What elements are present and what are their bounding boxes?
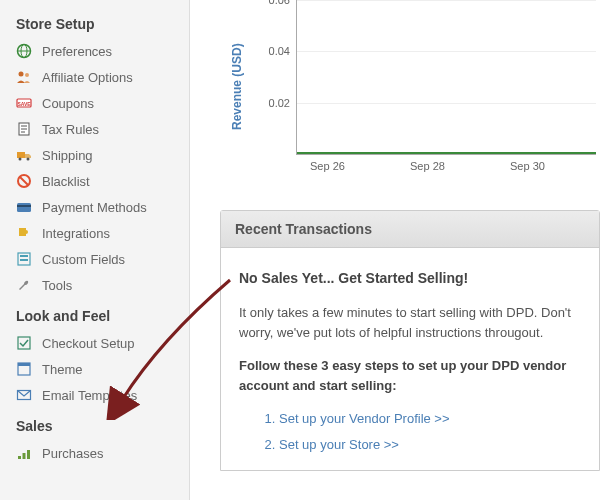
sidebar-item-purchases[interactable]: Purchases xyxy=(0,440,189,466)
wrench-icon xyxy=(16,277,32,293)
mail-icon xyxy=(16,387,32,403)
svg-point-13 xyxy=(27,158,30,161)
sidebar-item-blacklist[interactable]: Blacklist xyxy=(0,168,189,194)
panel-body: No Sales Yet... Get Started Selling! It … xyxy=(221,248,599,470)
svg-rect-25 xyxy=(18,456,21,459)
sidebar-item-label: Purchases xyxy=(42,446,103,461)
sidebar-item-label: Blacklist xyxy=(42,174,90,189)
empty-state-title: No Sales Yet... Get Started Selling! xyxy=(239,268,581,289)
chart-y-tick: 0.06 xyxy=(262,0,290,6)
svg-rect-26 xyxy=(23,453,26,459)
people-icon xyxy=(16,69,32,85)
chart-x-tick: Sep 28 xyxy=(410,160,445,172)
sidebar-item-preferences[interactable]: Preferences xyxy=(0,38,189,64)
svg-point-12 xyxy=(19,158,22,161)
svg-rect-19 xyxy=(20,255,28,257)
svg-line-15 xyxy=(20,177,29,186)
sidebar-item-theme[interactable]: Theme xyxy=(0,356,189,382)
step-link-vendor-profile[interactable]: Set up your Vendor Profile >> xyxy=(279,411,450,426)
svg-rect-21 xyxy=(18,337,30,349)
card-icon xyxy=(16,199,32,215)
sidebar-item-tax-rules[interactable]: Tax Rules xyxy=(0,116,189,142)
sidebar-item-label: Integrations xyxy=(42,226,110,241)
chart-series-line xyxy=(297,152,596,154)
svg-rect-16 xyxy=(17,203,31,212)
tax-icon xyxy=(16,121,32,137)
sidebar-item-label: Email Templates xyxy=(42,388,137,403)
nav-list-store-setup: Preferences Affiliate Options SAVE Coupo… xyxy=(0,38,189,298)
svg-rect-20 xyxy=(20,259,28,261)
instruction-text: Follow these 3 easy steps to set up your… xyxy=(239,356,581,395)
blacklist-icon xyxy=(16,173,32,189)
sidebar-item-email-templates[interactable]: Email Templates xyxy=(0,382,189,408)
svg-rect-23 xyxy=(18,363,30,366)
puzzle-icon xyxy=(16,225,32,241)
chart-y-tick: 0.04 xyxy=(262,45,290,57)
coupon-icon: SAVE xyxy=(16,95,32,111)
form-icon xyxy=(16,251,32,267)
step-link-store[interactable]: Set up your Store >> xyxy=(279,437,399,452)
sidebar-item-shipping[interactable]: Shipping xyxy=(0,142,189,168)
chart-x-tick: Sep 30 xyxy=(510,160,545,172)
setup-steps: Set up your Vendor Profile >> Set up you… xyxy=(279,409,581,454)
sidebar-item-label: Coupons xyxy=(42,96,94,111)
step-item: Set up your Store >> xyxy=(279,435,581,455)
sidebar-item-label: Affiliate Options xyxy=(42,70,133,85)
intro-text: It only takes a few minutes to start sel… xyxy=(239,303,581,342)
chart-x-tick: Sep 26 xyxy=(310,160,345,172)
sidebar-item-label: Payment Methods xyxy=(42,200,147,215)
svg-rect-11 xyxy=(17,152,25,158)
group-header-store-setup: Store Setup xyxy=(0,6,189,38)
svg-rect-17 xyxy=(17,205,31,207)
globe-icon xyxy=(16,43,32,59)
chart-y-axis-label: Revenue (USD) xyxy=(230,43,244,130)
revenue-chart: Revenue (USD) 0.06 0.04 0.02 Sep 26 Sep … xyxy=(220,0,600,180)
sidebar-item-custom-fields[interactable]: Custom Fields xyxy=(0,246,189,272)
sidebar-item-coupons[interactable]: SAVE Coupons xyxy=(0,90,189,116)
theme-icon xyxy=(16,361,32,377)
chart-y-tick: 0.02 xyxy=(262,97,290,109)
sidebar-item-integrations[interactable]: Integrations xyxy=(0,220,189,246)
svg-point-4 xyxy=(25,73,29,77)
nav-list-look-and-feel: Checkout Setup Theme Email Templates xyxy=(0,330,189,408)
panel-header: Recent Transactions xyxy=(221,211,599,248)
chart-plot-area xyxy=(296,0,596,155)
main-content: Revenue (USD) 0.06 0.04 0.02 Sep 26 Sep … xyxy=(190,0,600,500)
sidebar-item-tools[interactable]: Tools xyxy=(0,272,189,298)
step-item: Set up your Vendor Profile >> xyxy=(279,409,581,429)
truck-icon xyxy=(16,147,32,163)
sidebar: Store Setup Preferences Affiliate Option… xyxy=(0,0,190,500)
sidebar-item-label: Theme xyxy=(42,362,82,377)
group-header-look-and-feel: Look and Feel xyxy=(0,298,189,330)
svg-rect-27 xyxy=(27,450,30,459)
recent-transactions-panel: Recent Transactions No Sales Yet... Get … xyxy=(220,210,600,471)
sidebar-item-label: Shipping xyxy=(42,148,93,163)
sidebar-item-label: Tools xyxy=(42,278,72,293)
sidebar-item-payment-methods[interactable]: Payment Methods xyxy=(0,194,189,220)
svg-point-3 xyxy=(19,72,24,77)
sidebar-item-label: Tax Rules xyxy=(42,122,99,137)
sidebar-item-affiliate-options[interactable]: Affiliate Options xyxy=(0,64,189,90)
group-header-sales: Sales xyxy=(0,408,189,440)
nav-list-sales: Purchases xyxy=(0,440,189,466)
sidebar-item-checkout-setup[interactable]: Checkout Setup xyxy=(0,330,189,356)
sidebar-item-label: Custom Fields xyxy=(42,252,125,267)
sidebar-item-label: Preferences xyxy=(42,44,112,59)
purchases-icon xyxy=(16,445,32,461)
svg-text:SAVE: SAVE xyxy=(17,101,31,107)
checkout-icon xyxy=(16,335,32,351)
sidebar-item-label: Checkout Setup xyxy=(42,336,135,351)
